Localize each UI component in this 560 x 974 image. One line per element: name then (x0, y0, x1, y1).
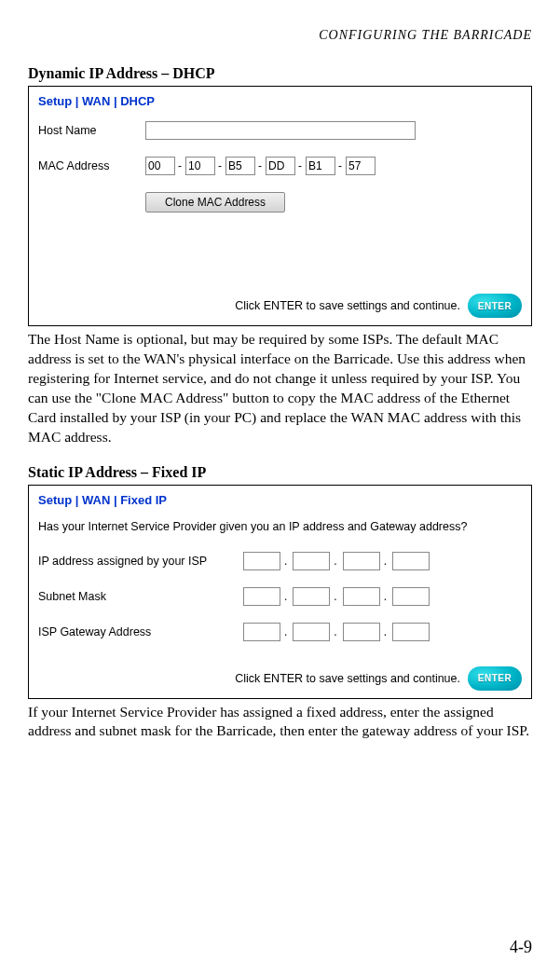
breadcrumb-dhcp: Setup | WAN | DHCP (38, 94, 522, 108)
body-text-fixed: If your Internet Service Provider has as… (28, 703, 532, 742)
mac-octet-input[interactable] (145, 157, 175, 175)
ip-sep: . (284, 625, 287, 638)
ip-sep: . (334, 590, 336, 603)
ip-octet-input[interactable] (243, 552, 280, 570)
subnet-mask-label: Subnet Mask (38, 590, 243, 603)
ip-octet-input[interactable] (343, 552, 380, 570)
mac-sep: - (338, 159, 342, 172)
body-text-dhcp: The Host Name is optional, but may be re… (28, 330, 532, 447)
mac-octet-input[interactable] (225, 157, 255, 175)
clone-mac-button[interactable]: Clone MAC Address (145, 192, 285, 213)
ip-sep: . (384, 555, 387, 568)
panel-fixed-ip: Setup | WAN | Fixed IP Has your Internet… (28, 485, 532, 699)
gateway-octet-input[interactable] (293, 623, 330, 641)
ip-sep: . (384, 625, 387, 638)
mac-octet-input[interactable] (185, 157, 215, 175)
section-heading-dhcp: Dynamic IP Address – DHCP (28, 65, 532, 82)
mac-sep: - (258, 159, 262, 172)
mac-sep: - (178, 159, 182, 172)
host-name-label: Host Name (38, 124, 145, 137)
mac-sep: - (298, 159, 302, 172)
subnet-octet-input[interactable] (392, 587, 430, 606)
ip-octet-input[interactable] (293, 552, 330, 570)
host-name-input[interactable] (145, 121, 416, 140)
breadcrumb-fixed: Setup | WAN | Fixed IP (38, 493, 522, 507)
panel-dhcp: Setup | WAN | DHCP Host Name MAC Address… (28, 86, 532, 326)
subnet-octet-input[interactable] (343, 587, 380, 606)
enter-hint-text: Click ENTER to save settings and continu… (235, 299, 460, 312)
running-head: CONFIGURING THE BARRICADE (28, 28, 532, 43)
gateway-octet-input[interactable] (343, 623, 380, 641)
section-heading-fixed: Static IP Address – Fixed IP (28, 464, 532, 481)
ip-sep: . (284, 555, 287, 568)
enter-button[interactable]: ENTER (468, 294, 522, 318)
subnet-octet-input[interactable] (243, 587, 280, 606)
gateway-label: ISP Gateway Address (38, 625, 243, 638)
page-number: 4-9 (510, 938, 532, 957)
subnet-octet-input[interactable] (293, 587, 330, 606)
mac-address-label: MAC Address (38, 159, 145, 172)
panel-question: Has your Internet Service Provider given… (38, 520, 522, 533)
enter-hint-text: Click ENTER to save settings and continu… (235, 672, 460, 685)
gateway-octet-input[interactable] (392, 623, 430, 641)
enter-button[interactable]: ENTER (468, 666, 522, 691)
mac-octet-input[interactable] (346, 157, 376, 175)
ip-sep: . (334, 625, 336, 638)
ip-octet-input[interactable] (392, 552, 430, 570)
ip-sep: . (334, 555, 336, 568)
ip-sep: . (284, 590, 287, 603)
mac-sep: - (218, 159, 222, 172)
mac-octet-input[interactable] (306, 157, 335, 175)
ip-address-label: IP address assigned by your ISP (38, 555, 243, 568)
mac-octet-input[interactable] (266, 157, 295, 175)
gateway-octet-input[interactable] (243, 623, 280, 641)
ip-sep: . (384, 590, 387, 603)
